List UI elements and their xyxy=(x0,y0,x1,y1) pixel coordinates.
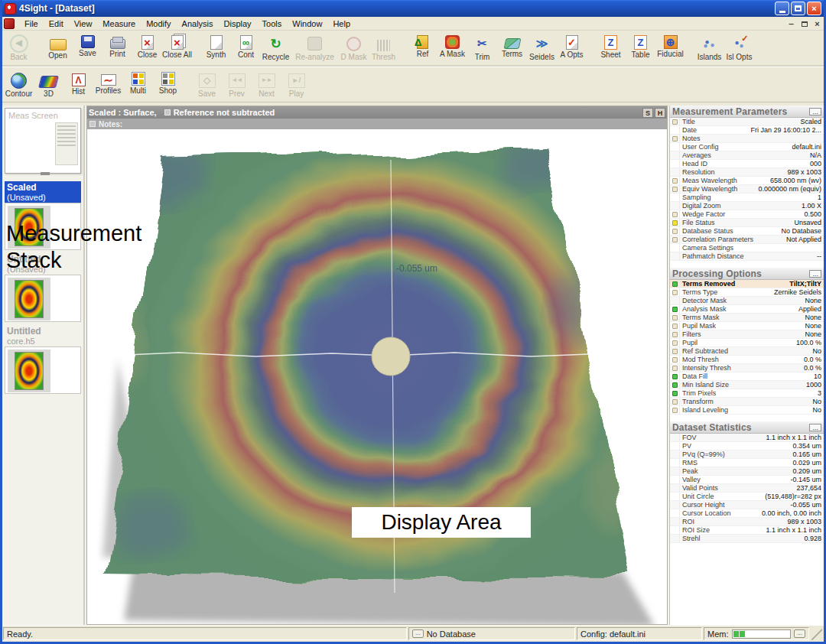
measurement-thumbnail[interactable] xyxy=(15,352,44,390)
row-mod-thresh[interactable]: Mod Thresh0.0 % xyxy=(670,356,824,364)
ref-button[interactable]: Ref xyxy=(408,33,437,59)
beige-checkbox-icon[interactable] xyxy=(672,229,678,234)
green-checkbox-icon[interactable] xyxy=(672,374,678,379)
multi-button[interactable]: Multi xyxy=(123,70,153,96)
menu-tools[interactable]: Tools xyxy=(257,18,288,30)
isl-opts-button[interactable]: Isl Opts xyxy=(724,33,754,62)
row-analysis-mask[interactable]: Analysis MaskApplied xyxy=(670,305,824,314)
beige-checkbox-icon[interactable] xyxy=(672,357,678,363)
surface-plot[interactable]: -0.055 um Display Area xyxy=(87,129,667,624)
table-button[interactable]: Table xyxy=(626,33,655,60)
row-pathmatch-distance[interactable]: Pathmatch Distance-- xyxy=(670,252,824,261)
panel-menu-button[interactable]: ... xyxy=(809,270,821,278)
synth-button[interactable]: Synth xyxy=(201,33,231,60)
row-strehl[interactable]: Strehl0.928 xyxy=(670,535,824,543)
beige-checkbox-icon[interactable] xyxy=(672,324,678,329)
row-roi[interactable]: ROI989 x 1003 xyxy=(670,518,824,526)
row-roi-size[interactable]: ROI Size1.1 inch x 1.1 inch xyxy=(670,526,824,535)
row-notes[interactable]: Notes xyxy=(670,135,824,143)
close-button[interactable]: Close xyxy=(132,33,162,60)
row-title[interactable]: TitleScaled xyxy=(670,118,824,126)
row-data-fill[interactable]: Data Fill10 xyxy=(670,372,824,381)
beige-checkbox-icon[interactable] xyxy=(672,136,678,141)
menu-modify[interactable]: Modify xyxy=(141,18,176,30)
row-resolution[interactable]: Resolution989 x 1003 xyxy=(670,168,824,177)
row-date[interactable]: DateFri Jan 29 16:00:10 2... xyxy=(670,126,824,135)
measurement-thumbnail[interactable] xyxy=(15,280,44,318)
meas-screen-thumbnail[interactable]: Meas Screen xyxy=(5,108,81,174)
save-button[interactable]: Save xyxy=(73,33,102,58)
row-file-status[interactable]: File StatusUnsaved xyxy=(670,219,824,227)
resize-grip[interactable] xyxy=(811,627,822,640)
row-intensity-thresh[interactable]: Intensity Thresh0.0 % xyxy=(670,364,824,372)
database-options-button[interactable]: ... xyxy=(412,629,424,638)
menu-window[interactable]: Window xyxy=(287,18,327,30)
panel-menu-button[interactable]: ... xyxy=(809,108,821,115)
row-peak[interactable]: Peak0.209 um xyxy=(670,467,824,476)
row-correlation-parameters[interactable]: Correlation ParametersNot Applied xyxy=(670,236,824,244)
close-button[interactable]: × xyxy=(807,2,821,15)
menu-analysis[interactable]: Analysis xyxy=(177,18,219,30)
green-checkbox-icon[interactable] xyxy=(672,391,678,396)
row-filters[interactable]: FiltersNone xyxy=(670,330,824,339)
row-pv[interactable]: PV0.354 um xyxy=(670,442,824,450)
green-checkbox-icon[interactable] xyxy=(672,281,678,287)
beige-checkbox-icon[interactable] xyxy=(672,366,678,371)
row-terms-mask[interactable]: Terms MaskNone xyxy=(670,314,824,322)
profiles-button[interactable]: Profiles xyxy=(93,70,123,96)
beige-checkbox-icon[interactable] xyxy=(672,349,678,354)
trim-button[interactable]: Trim xyxy=(467,33,497,62)
recycle-button[interactable]: Recycle xyxy=(261,33,291,62)
3d-button[interactable]: 3D xyxy=(34,70,63,99)
row-detector-mask[interactable]: Detector MaskNone xyxy=(670,297,824,305)
row-unit-circle[interactable]: Unit Circle(519,488)r=282 px xyxy=(670,493,824,501)
restore-button[interactable] xyxy=(791,2,805,15)
row-camera-settings[interactable]: Camera Settings xyxy=(670,244,824,252)
print-button[interactable]: Print xyxy=(102,33,132,59)
beige-checkbox-icon[interactable] xyxy=(672,119,678,125)
beige-checkbox-icon[interactable] xyxy=(672,332,678,337)
stack-item-untitled-2[interactable]: Untitledcore.h5 xyxy=(5,325,81,394)
yellow-checkbox-icon[interactable] xyxy=(672,220,678,226)
show-button[interactable]: S xyxy=(642,108,653,118)
open-button[interactable]: Open xyxy=(43,33,73,60)
row-pupil[interactable]: Pupil100.0 % xyxy=(670,339,824,347)
mdi-close-button[interactable]: × xyxy=(811,19,824,28)
beige-checkbox-icon[interactable] xyxy=(672,315,678,320)
beige-checkbox-icon[interactable] xyxy=(672,178,678,184)
row-fov[interactable]: FOV1.1 inch x 1.1 inch xyxy=(670,434,824,442)
row-equiv-wavelength[interactable]: Equiv Wavelength0.000000 nm (equiv) xyxy=(670,185,824,194)
menu-edit[interactable]: Edit xyxy=(44,18,69,30)
row-user-config[interactable]: User Configdefault.ini xyxy=(670,143,824,151)
row-ref-subtracted[interactable]: Ref SubtractedNo xyxy=(670,347,824,356)
contour-button[interactable]: Contour xyxy=(4,70,34,99)
beige-checkbox-icon[interactable] xyxy=(672,399,678,405)
mdi-minimize-button[interactable]: ‒ xyxy=(785,19,798,28)
row-pvq-q-99[interactable]: PVq (Q=99%)0.165 um xyxy=(670,450,824,459)
a-opts-button[interactable]: A Opts xyxy=(557,33,587,60)
green-checkbox-icon[interactable] xyxy=(672,307,678,312)
row-valley[interactable]: Valley-0.145 um xyxy=(670,476,824,484)
sheet-button[interactable]: Sheet xyxy=(596,33,626,60)
row-cursor-location[interactable]: Cursor Location0.00 inch, 0.00 inch xyxy=(670,509,824,518)
seidels-button[interactable]: Seidels xyxy=(527,33,557,62)
shop-button[interactable]: Shop xyxy=(153,70,183,96)
row-island-leveling[interactable]: Island LevelingNo xyxy=(670,406,824,415)
row-head-id[interactable]: Head ID000 xyxy=(670,160,824,168)
menu-file[interactable]: File xyxy=(19,18,44,30)
mdi-restore-button[interactable] xyxy=(798,19,811,28)
islands-button[interactable]: Islands xyxy=(694,33,724,62)
memory-options-button[interactable]: ... xyxy=(794,629,805,638)
beige-checkbox-icon[interactable] xyxy=(672,340,678,346)
row-terms-type[interactable]: Terms TypeZernike Seidels xyxy=(670,288,824,297)
row-database-status[interactable]: Database StatusNo Database xyxy=(670,227,824,236)
row-digital-zoom[interactable]: Digital Zoom1.00 X xyxy=(670,202,824,210)
row-meas-wavelength[interactable]: Meas Wavelength658.000 nm (wv) xyxy=(670,177,824,185)
close-all-button[interactable]: Close All xyxy=(162,33,192,60)
beige-checkbox-icon[interactable] xyxy=(672,187,678,192)
hist-button[interactable]: Hist xyxy=(63,70,93,96)
green-checkbox-icon[interactable] xyxy=(672,382,678,388)
panel-menu-button[interactable]: ... xyxy=(809,424,821,431)
row-rms[interactable]: RMS0.029 um xyxy=(670,459,824,467)
row-terms-removed[interactable]: Terms RemovedTiltX;TiltY xyxy=(670,280,824,288)
